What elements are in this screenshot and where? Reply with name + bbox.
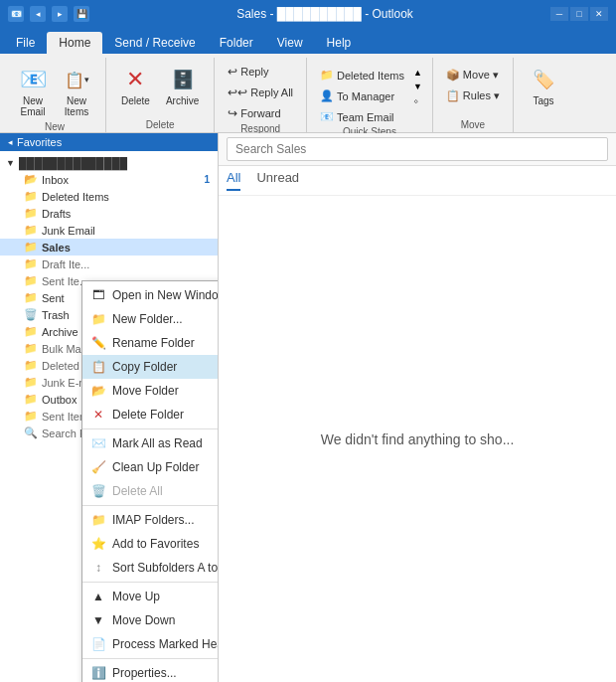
- new-buttons: 📧 NewEmail 📋▾ NewItems: [12, 58, 97, 121]
- folder-archive-label: Archive: [42, 326, 78, 338]
- folder-sent-label: Sent: [42, 292, 65, 304]
- quicksteps-scroll-up[interactable]: ▲: [411, 66, 424, 80]
- reply-all-label: Reply All: [250, 86, 293, 98]
- ctx-delete-all-label: Delete All: [112, 484, 163, 498]
- deleted-items-button[interactable]: 📁 Deleted Items: [315, 66, 409, 85]
- reply-label: Reply: [240, 66, 268, 78]
- save-icon[interactable]: 💾: [74, 6, 89, 22]
- ctx-rename-folder[interactable]: ✏️ Rename Folder: [82, 331, 219, 355]
- deleted-items-label: Deleted Items: [337, 70, 404, 82]
- folder-draft-items[interactable]: 📁 Draft Ite...: [0, 256, 218, 272]
- ribbon: 📧 NewEmail 📋▾ NewItems New ✕ Delete 🗄️ A…: [0, 54, 616, 133]
- empty-message: We didn't find anything to sho...: [219, 196, 616, 682]
- ctx-sep-4: [82, 658, 219, 659]
- account-name: ██████████████: [19, 157, 127, 169]
- forward-button[interactable]: ↪ Forward: [223, 103, 298, 123]
- tags-buttons: 🏷️ Tags: [523, 58, 564, 130]
- ctx-mark-all-read[interactable]: ✉️ Mark All as Read: [82, 431, 219, 455]
- ctx-process-headers[interactable]: 📄 Process Marked Headers: [82, 632, 219, 656]
- tab-unread[interactable]: Unread: [256, 170, 299, 191]
- tab-view[interactable]: View: [265, 32, 315, 54]
- folder-draft-items-label: Draft Ite...: [42, 258, 89, 270]
- archive-button[interactable]: 🗄️ Archive: [159, 62, 206, 110]
- ctx-new-folder[interactable]: 📁 New Folder...: [82, 307, 219, 331]
- search-input[interactable]: [227, 137, 608, 161]
- ctx-add-to-favorites[interactable]: ⭐ Add to Favorites: [82, 532, 219, 556]
- new-email-button[interactable]: 📧 NewEmail: [12, 62, 54, 121]
- ctx-delete-folder[interactable]: ✕ Delete Folder: [82, 403, 219, 426]
- ctx-move-up[interactable]: ▲ Move Up: [82, 585, 219, 608]
- bulk-mail-icon: 📁: [24, 342, 38, 355]
- tab-folder[interactable]: Folder: [208, 32, 265, 54]
- ctx-sort-subfolders-label: Sort Subfolders A to Z: [112, 561, 219, 575]
- archive-folder-icon: 📁: [24, 325, 38, 338]
- sidebar-header[interactable]: ◂ Favorites: [0, 133, 218, 151]
- ctx-properties-label: Properties...: [112, 666, 177, 680]
- empty-message-text: We didn't find anything to sho...: [321, 431, 515, 447]
- move-label: Move ▾: [463, 69, 499, 82]
- back-icon[interactable]: ◂: [30, 6, 46, 22]
- ctx-sort-subfolders[interactable]: ↕️ Sort Subfolders A to Z: [82, 556, 219, 580]
- folder-drafts[interactable]: 📁 Drafts: [0, 205, 218, 222]
- ctx-copy-folder[interactable]: 📋 Copy Folder ◀: [82, 355, 219, 379]
- to-manager-label: To Manager: [337, 90, 394, 102]
- quicksteps-expand[interactable]: ⬦: [411, 93, 424, 107]
- quicksteps-scroll-down[interactable]: ▼: [411, 80, 424, 93]
- folder-outbox-label: Outbox: [42, 394, 77, 406]
- delete-group-label: Delete: [146, 119, 175, 132]
- ctx-process-headers-label: Process Marked Headers: [112, 637, 219, 651]
- ctx-imap-folders[interactable]: 📁 IMAP Folders...: [82, 508, 219, 532]
- deleted-items-icon: 📁: [320, 69, 334, 82]
- ctx-move-folder[interactable]: 📂 Move Folder: [82, 379, 219, 403]
- filter-tabs: All Unread: [219, 166, 616, 196]
- maximize-button[interactable]: □: [570, 7, 588, 21]
- tab-help[interactable]: Help: [315, 32, 364, 54]
- reply-all-button[interactable]: ↩↩ Reply All: [223, 83, 298, 102]
- new-items-button[interactable]: 📋▾ NewItems: [56, 62, 97, 121]
- folder-sales[interactable]: 📁 Sales: [0, 239, 218, 256]
- forward-icon[interactable]: ▸: [52, 6, 68, 22]
- move-button[interactable]: 📦 Move ▾: [441, 66, 505, 85]
- forward-icon: ↪: [228, 106, 237, 120]
- title-bar-icons: 📧 ◂ ▸ 💾: [8, 6, 89, 22]
- team-email-button[interactable]: 📧 Team Email: [315, 107, 409, 126]
- rules-label: Rules ▾: [463, 89, 500, 102]
- imap-icon: 📁: [90, 512, 106, 528]
- quicksteps-buttons: 📁 Deleted Items 👤 To Manager 📧 Team Emai…: [315, 58, 424, 126]
- ribbon-group-quicksteps: 📁 Deleted Items 👤 To Manager 📧 Team Emai…: [307, 58, 433, 132]
- minimize-button[interactable]: ─: [550, 7, 568, 21]
- ribbon-group-tags: 🏷️ Tags: [514, 58, 573, 132]
- ctx-properties[interactable]: ℹ️ Properties...: [82, 661, 219, 682]
- ctx-copy-folder-label: Copy Folder: [112, 360, 177, 374]
- junk-em-icon: 📁: [24, 376, 38, 389]
- tab-all[interactable]: All: [227, 170, 240, 191]
- tags-icon: 🏷️: [530, 66, 557, 93]
- move-buttons: 📦 Move ▾ 📋 Rules ▾: [441, 58, 505, 119]
- outlook-icon: 📧: [8, 6, 24, 22]
- ctx-clean-up-folder[interactable]: 🧹 Clean Up Folder: [82, 455, 219, 479]
- ctx-imap-folders-label: IMAP Folders...: [112, 513, 194, 527]
- delete-button[interactable]: ✕ Delete: [114, 62, 157, 110]
- to-manager-button[interactable]: 👤 To Manager: [315, 86, 409, 105]
- delete-buttons: ✕ Delete 🗄️ Archive: [114, 58, 206, 119]
- close-button[interactable]: ✕: [590, 7, 608, 21]
- folder-inbox[interactable]: 📂 Inbox 1: [0, 171, 218, 188]
- ctx-open-new-window[interactable]: 🗔 Open in New Window: [82, 283, 219, 307]
- ctx-move-down[interactable]: ▼ Move Down: [82, 608, 219, 632]
- deleted-i-icon: 📁: [24, 359, 38, 372]
- tab-file[interactable]: File: [4, 32, 47, 54]
- tab-send-receive[interactable]: Send / Receive: [102, 32, 207, 54]
- folder-junk-email[interactable]: 📁 Junk Email: [0, 222, 218, 239]
- rename-folder-icon: ✏️: [90, 335, 106, 351]
- ctx-clean-up-folder-label: Clean Up Folder: [112, 460, 199, 474]
- folder-inbox-label: Inbox: [42, 174, 69, 186]
- folder-deleted-items[interactable]: 📁 Deleted Items: [0, 188, 218, 205]
- tab-home[interactable]: Home: [47, 32, 102, 54]
- reply-button[interactable]: ↩ Reply: [223, 62, 298, 82]
- sidebar: ◂ Favorites ▼ ██████████████ 📂 Inbox 1 📁…: [0, 133, 219, 682]
- ctx-move-up-label: Move Up: [112, 590, 160, 603]
- rules-button[interactable]: 📋 Rules ▾: [441, 86, 505, 105]
- tags-button[interactable]: 🏷️ Tags: [523, 62, 564, 110]
- sent-icon: 📁: [24, 291, 38, 304]
- account-header[interactable]: ▼ ██████████████: [0, 155, 218, 171]
